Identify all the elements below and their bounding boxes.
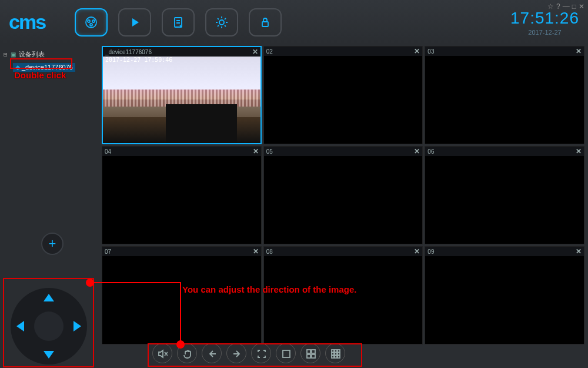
video-cell[interactable]: 03✕ <box>425 46 584 144</box>
ptz-disc <box>11 288 87 364</box>
cell-close-button[interactable]: ✕ <box>252 48 258 56</box>
window-minimize-button[interactable]: — <box>563 2 570 11</box>
nav-log-button[interactable] <box>162 8 195 37</box>
layout-3x3-button[interactable] <box>325 343 345 363</box>
folder-icon: ▣ <box>11 51 16 58</box>
svg-rect-21 <box>338 356 340 358</box>
cell-title: 04 <box>105 148 111 155</box>
cell-close-button[interactable]: ✕ <box>414 47 420 55</box>
lock-icon <box>258 15 272 29</box>
svg-point-2 <box>92 20 95 22</box>
next-page-button[interactable] <box>226 343 246 363</box>
ptz-up-button[interactable] <box>44 294 54 301</box>
window-fav-button[interactable]: ☆ <box>547 2 554 11</box>
svg-rect-9 <box>307 350 310 353</box>
svg-rect-20 <box>335 356 337 358</box>
video-cell[interactable]: 06✕ <box>425 146 584 244</box>
clock: 17:51:26 2017-12-27 <box>510 9 579 36</box>
cell-title: 07 <box>105 248 111 255</box>
cell-close-button[interactable]: ✕ <box>576 247 582 256</box>
grid4-icon <box>305 348 316 359</box>
layout-2x2-button[interactable] <box>300 343 320 363</box>
cell-close-button[interactable]: ✕ <box>253 147 259 155</box>
cell-close-button[interactable]: ✕ <box>414 247 420 256</box>
cell-title: _device11776076 <box>105 49 152 55</box>
video-cell[interactable]: 07✕ <box>102 246 262 344</box>
cell-title: 05 <box>266 148 273 155</box>
svg-rect-13 <box>332 350 334 352</box>
svg-point-1 <box>88 20 90 22</box>
window-maximize-button[interactable]: □ <box>572 2 576 11</box>
video-cell[interactable]: 05✕ <box>263 146 423 244</box>
main-area: ⊟ ▣ 设备列表 ◆_device11776076 + _device11776… <box>0 44 588 368</box>
cell-close-button[interactable]: ✕ <box>576 47 582 55</box>
play-icon <box>128 15 142 29</box>
gear-icon <box>215 15 229 29</box>
ptz-control <box>11 288 87 364</box>
svg-rect-15 <box>338 350 340 352</box>
svg-point-6 <box>219 20 224 25</box>
cell-header: 06✕ <box>425 147 584 156</box>
top-bar: cms 17:51:26 2017-12-27 ☆ ? — □ ✕ <box>0 0 588 44</box>
ptz-center-button[interactable] <box>34 311 64 341</box>
video-cell[interactable]: 02✕ <box>263 46 423 144</box>
ptz-down-button[interactable] <box>44 351 54 359</box>
cell-header: 05✕ <box>264 147 423 156</box>
device-tree-root[interactable]: ⊟ ▣ 设备列表 <box>2 48 98 61</box>
cell-title: 03 <box>427 48 434 55</box>
device-status-icon: ◆ <box>15 64 20 71</box>
page-prev-icon <box>206 348 217 359</box>
video-feed <box>103 57 260 143</box>
cell-header: 09✕ <box>425 247 584 256</box>
ptz-right-button[interactable] <box>74 321 81 331</box>
ptz-left-button[interactable] <box>16 321 24 331</box>
svg-rect-8 <box>283 350 290 357</box>
window-controls: ☆ ? — □ ✕ <box>547 2 584 11</box>
page-next-icon <box>231 348 242 359</box>
nav-playback-button[interactable] <box>118 8 151 37</box>
svg-rect-16 <box>332 353 334 355</box>
nav-lock-button[interactable] <box>249 8 282 37</box>
hand-icon <box>182 348 192 359</box>
video-cell[interactable]: _device11776076✕2017-12-27 17:50:46 <box>102 46 262 144</box>
svg-rect-19 <box>332 356 334 358</box>
svg-rect-17 <box>335 353 337 355</box>
nav-live-button[interactable] <box>75 8 108 37</box>
cell-header: 02✕ <box>264 47 423 56</box>
layout-1x1-button[interactable] <box>276 343 296 363</box>
add-device-button[interactable]: + <box>41 233 64 255</box>
cell-title: 02 <box>266 48 273 55</box>
device-sidebar: ⊟ ▣ 设备列表 ◆_device11776076 + <box>0 44 100 368</box>
cell-title: 09 <box>427 248 434 255</box>
nav-settings-button[interactable] <box>205 8 238 37</box>
svg-rect-10 <box>312 350 315 353</box>
clock-time: 17:51:26 <box>510 9 579 28</box>
cell-title: 08 <box>266 248 273 255</box>
device-tree-item[interactable]: ◆_device11776076 <box>13 63 75 72</box>
svg-rect-7 <box>262 22 268 26</box>
video-cell[interactable]: 08✕ <box>263 246 423 344</box>
svg-rect-12 <box>312 354 315 358</box>
window-help-button[interactable]: ? <box>556 2 560 11</box>
prev-page-button[interactable] <box>202 343 222 363</box>
cell-close-button[interactable]: ✕ <box>253 247 259 256</box>
svg-rect-18 <box>338 353 340 355</box>
fullscreen-button[interactable] <box>251 343 271 363</box>
grid9-icon <box>330 348 340 359</box>
svg-rect-11 <box>307 354 310 358</box>
ptz-tool-button[interactable] <box>177 343 197 363</box>
video-cell[interactable]: 04✕ <box>102 146 262 244</box>
cell-close-button[interactable]: ✕ <box>576 147 582 155</box>
nav-buttons <box>75 8 282 37</box>
cell-header: 08✕ <box>264 247 423 256</box>
window-close-button[interactable]: ✕ <box>579 2 584 11</box>
cell-header: 07✕ <box>102 247 261 256</box>
grid1-icon <box>280 348 291 359</box>
video-cell[interactable]: 09✕ <box>425 246 584 344</box>
mute-button[interactable] <box>152 343 172 363</box>
video-timestamp-overlay: 2017-12-27 17:50:46 <box>105 57 172 63</box>
svg-rect-14 <box>335 350 337 352</box>
cell-close-button[interactable]: ✕ <box>414 147 420 155</box>
tree-expander-icon[interactable]: ⊟ <box>4 51 8 58</box>
cell-title: 06 <box>427 148 434 155</box>
